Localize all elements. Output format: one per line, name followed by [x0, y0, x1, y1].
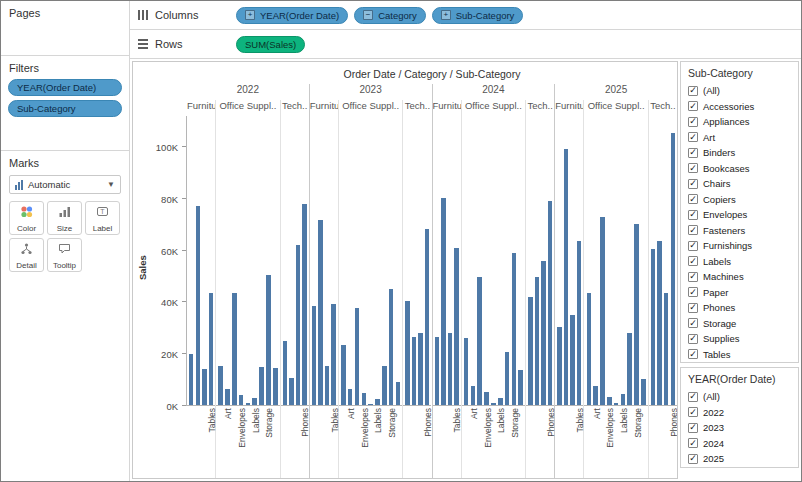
bar-2025-accessories[interactable]	[651, 249, 655, 405]
category-header[interactable]: Furnitur..	[555, 100, 583, 116]
filter-item-all[interactable]: ✓(All)	[681, 83, 798, 99]
category-header[interactable]: Tech..	[526, 100, 554, 116]
x-axis-label[interactable]: Art	[592, 408, 602, 419]
x-axis-label[interactable]: Labels	[496, 408, 506, 433]
checkbox-checked-icon[interactable]: ✓	[688, 194, 698, 204]
bar-2023-paper[interactable]	[382, 366, 387, 405]
bar-2023-art[interactable]	[348, 389, 353, 405]
x-axis-label[interactable]: Tables	[207, 408, 217, 433]
filter-item-2023[interactable]: ✓2023	[681, 420, 798, 436]
filter-item-tables[interactable]: ✓Tables	[681, 347, 798, 363]
bar-2024-envelopes[interactable]	[484, 392, 489, 405]
bar-2022-storage[interactable]	[266, 275, 271, 405]
bar-2025-copiers[interactable]	[657, 241, 661, 405]
bar-2023-copiers[interactable]	[412, 337, 416, 405]
checkbox-checked-icon[interactable]: ✓	[688, 179, 698, 189]
bar-2025-machines[interactable]	[664, 293, 668, 405]
x-axis-label[interactable]: Phones	[300, 408, 310, 437]
bar-2024-storage[interactable]	[512, 253, 517, 405]
x-axis-label[interactable]: Envelopes	[360, 408, 370, 448]
filter-item-binders[interactable]: ✓Binders	[681, 145, 798, 161]
category-header[interactable]: Furnitur..	[433, 100, 461, 116]
bar-2023-fasteners[interactable]	[368, 404, 373, 405]
bar-2023-envelopes[interactable]	[362, 393, 367, 405]
checkbox-checked-icon[interactable]: ✓	[688, 256, 698, 266]
filter-item-chairs[interactable]: ✓Chairs	[681, 176, 798, 192]
bar-2023-appliances[interactable]	[341, 345, 346, 405]
bar-2025-appliances[interactable]	[587, 293, 592, 405]
bar-2024-accessories[interactable]	[528, 297, 532, 405]
category-header[interactable]: Office Suppl..	[584, 100, 647, 116]
bar-2022-bookcases[interactable]	[189, 354, 193, 405]
mark-type-dropdown[interactable]: Automatic ▼	[9, 175, 121, 194]
bar-2024-phones[interactable]	[548, 201, 552, 405]
size-button[interactable]: Size	[47, 201, 82, 235]
bar-2024-art[interactable]	[471, 386, 476, 405]
filter-item-copiers[interactable]: ✓Copiers	[681, 192, 798, 208]
x-axis-label[interactable]: Labels	[251, 408, 261, 433]
bar-2022-machines[interactable]	[296, 245, 300, 405]
tooltip-button[interactable]: Tooltip	[47, 238, 82, 272]
filter-item-phones[interactable]: ✓Phones	[681, 300, 798, 316]
filter-item-furnishings[interactable]: ✓Furnishings	[681, 238, 798, 254]
checkbox-checked-icon[interactable]: ✓	[688, 86, 698, 96]
bar-2023-furnishings[interactable]	[325, 366, 329, 405]
checkbox-checked-icon[interactable]: ✓	[688, 225, 698, 235]
filter-item-machines[interactable]: ✓Machines	[681, 269, 798, 285]
bar-2022-envelopes[interactable]	[239, 395, 244, 405]
filter-item-appliances[interactable]: ✓Appliances	[681, 114, 798, 130]
bar-2024-chairs[interactable]	[441, 198, 445, 405]
checkbox-checked-icon[interactable]: ✓	[688, 334, 698, 344]
x-axis-label[interactable]: Envelopes	[605, 408, 615, 448]
bar-2024-binders[interactable]	[477, 277, 482, 405]
bar-2023-machines[interactable]	[418, 333, 422, 405]
bar-2024-furnishings[interactable]	[448, 333, 452, 405]
column-pill-year-order-date[interactable]: +YEAR(Order Date)	[236, 7, 348, 24]
x-axis-label[interactable]: Storage	[633, 408, 643, 438]
bar-2024-labels[interactable]	[498, 398, 503, 405]
checkbox-checked-icon[interactable]: ✓	[688, 392, 698, 402]
category-header[interactable]: Office Suppl..	[216, 100, 279, 116]
bar-2024-paper[interactable]	[505, 352, 510, 405]
bar-2024-tables[interactable]	[454, 248, 458, 405]
x-axis-label[interactable]: Envelopes	[237, 408, 247, 448]
bar-2025-labels[interactable]	[621, 394, 626, 405]
bar-2025-envelopes[interactable]	[607, 397, 612, 405]
x-axis-label[interactable]: Phones	[546, 408, 556, 437]
filter-item-supplies[interactable]: ✓Supplies	[681, 331, 798, 347]
x-axis-label[interactable]: Art	[469, 408, 479, 419]
filters-shelf[interactable]: Filters YEAR(Order Date)Sub-Category	[1, 56, 129, 151]
x-axis-label[interactable]: Storage	[264, 408, 274, 438]
bar-2022-fasteners[interactable]	[246, 403, 251, 405]
bar-2024-appliances[interactable]	[464, 338, 469, 405]
bar-2023-bookcases[interactable]	[312, 306, 316, 405]
bar-2025-supplies[interactable]	[641, 379, 646, 405]
column-pill-category[interactable]: −Category	[354, 7, 426, 24]
bar-2022-paper[interactable]	[259, 367, 264, 405]
checkbox-checked-icon[interactable]: ✓	[688, 438, 698, 448]
category-header[interactable]: Furnitur..	[187, 100, 215, 116]
checkbox-checked-icon[interactable]: ✓	[688, 148, 698, 158]
label-button[interactable]: T Label	[85, 201, 120, 235]
bar-2025-chairs[interactable]	[564, 149, 568, 405]
x-axis-label[interactable]: Storage	[387, 408, 397, 438]
x-axis-label[interactable]: Tables	[575, 408, 585, 433]
filter-item-envelopes[interactable]: ✓Envelopes	[681, 207, 798, 223]
category-header[interactable]: Furnitur..	[310, 100, 338, 116]
row-pill-sum-sales[interactable]: SUM(Sales)	[236, 36, 305, 53]
columns-shelf[interactable]: Columns +YEAR(Order Date)−Category+Sub-C…	[130, 1, 801, 30]
bar-2024-copiers[interactable]	[535, 277, 539, 405]
filter-item-2024[interactable]: ✓2024	[681, 436, 798, 452]
filter-item-accessories[interactable]: ✓Accessories	[681, 99, 798, 115]
category-header[interactable]: Tech..	[403, 100, 431, 116]
checkbox-checked-icon[interactable]: ✓	[688, 132, 698, 142]
bar-2022-supplies[interactable]	[273, 368, 278, 405]
checkbox-checked-icon[interactable]: ✓	[688, 454, 698, 464]
year-header[interactable]: 2023	[310, 84, 432, 100]
filter-item-storage[interactable]: ✓Storage	[681, 316, 798, 332]
checkbox-checked-icon[interactable]: ✓	[688, 407, 698, 417]
checkbox-checked-icon[interactable]: ✓	[688, 349, 698, 359]
x-axis-label[interactable]: Phones	[669, 408, 678, 437]
category-header[interactable]: Tech..	[649, 100, 677, 116]
checkbox-checked-icon[interactable]: ✓	[688, 318, 698, 328]
